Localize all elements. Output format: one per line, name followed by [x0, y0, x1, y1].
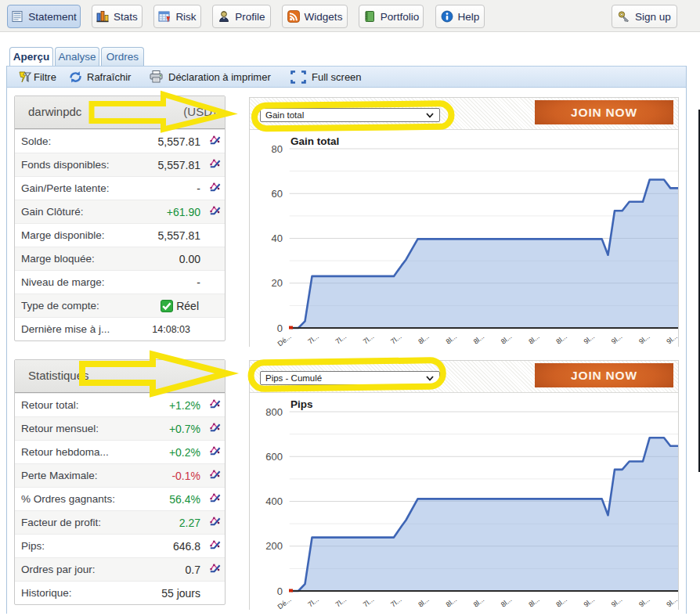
svg-text:800: 800	[265, 406, 283, 418]
svg-text:9l...: 9l...	[665, 333, 678, 346]
svg-text:8l...: 8l...	[472, 596, 486, 609]
svg-text:7l...: 7l...	[362, 333, 376, 346]
svg-text:7l...: 7l...	[389, 333, 403, 346]
svg-text:0: 0	[277, 322, 283, 334]
svg-text:600: 600	[265, 451, 283, 463]
svg-text:9l...: 9l...	[610, 333, 624, 346]
svg-text:8l...: 8l...	[445, 333, 459, 346]
svg-text:8l...: 8l...	[554, 596, 568, 609]
svg-text:Dé...: Dé...	[276, 596, 293, 611]
svg-text:8l...: 8l...	[417, 596, 431, 609]
svg-text:9l...: 9l...	[637, 596, 651, 609]
svg-text:8l...: 8l...	[527, 333, 541, 346]
svg-text:7l...: 7l...	[306, 596, 320, 609]
svg-text:8l...: 8l...	[500, 333, 514, 346]
svg-text:9l...: 9l...	[583, 333, 597, 346]
svg-text:80: 80	[272, 143, 283, 155]
svg-text:400: 400	[265, 495, 283, 507]
svg-text:60: 60	[272, 188, 283, 200]
svg-text:Pips: Pips	[290, 398, 313, 410]
svg-text:7l...: 7l...	[362, 596, 376, 609]
svg-text:8l...: 8l...	[554, 333, 568, 346]
svg-text:7l...: 7l...	[306, 333, 320, 346]
svg-text:9l...: 9l...	[583, 596, 597, 609]
svg-text:40: 40	[272, 232, 283, 244]
svg-text:8l...: 8l...	[445, 596, 459, 609]
svg-text:20: 20	[272, 277, 283, 289]
svg-text:9l...: 9l...	[610, 596, 624, 609]
svg-text:8l...: 8l...	[500, 596, 514, 609]
svg-text:0: 0	[277, 585, 283, 597]
svg-text:7l...: 7l...	[389, 596, 403, 609]
svg-text:Gain total: Gain total	[290, 135, 339, 147]
svg-text:8l...: 8l...	[472, 333, 486, 346]
svg-text:200: 200	[265, 540, 283, 552]
svg-text:8l...: 8l...	[417, 333, 431, 346]
svg-text:7l...: 7l...	[334, 596, 348, 609]
svg-text:9l...: 9l...	[637, 333, 651, 346]
svg-text:7l...: 7l...	[334, 333, 348, 346]
svg-text:9l...: 9l...	[665, 596, 678, 609]
svg-text:Dé...: Dé...	[276, 333, 293, 348]
svg-text:8l...: 8l...	[527, 596, 541, 609]
